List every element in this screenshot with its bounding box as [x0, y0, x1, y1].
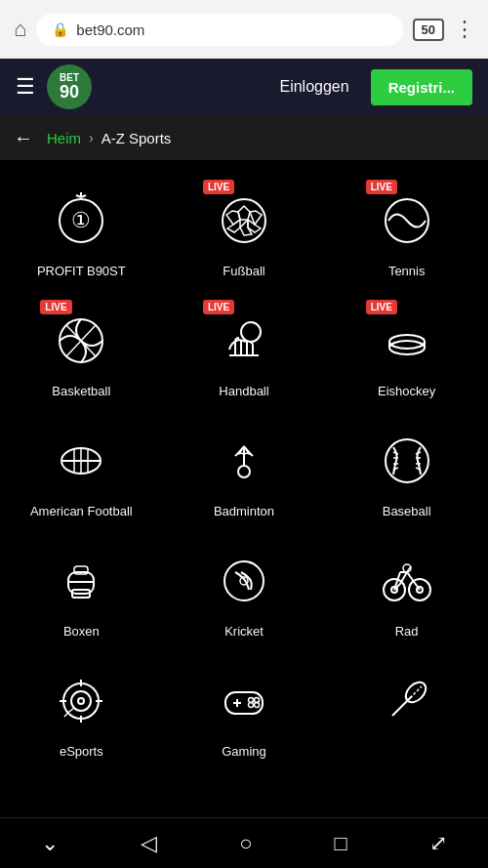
nav-home-icon[interactable]: ○ [239, 831, 252, 856]
svg-point-55 [78, 698, 84, 704]
sport14-icon [379, 673, 435, 729]
sport-icon-wrap-14 [372, 666, 442, 736]
sport-label-basketball: Basketball [52, 384, 110, 398]
browser-address-bar[interactable]: 🔒 bet90.com [36, 14, 402, 46]
svg-point-53 [63, 683, 99, 719]
sport-label-cricket: Kricket [224, 624, 264, 639]
android-nav: ⌄ ◁ ○ □ ⤢ [0, 817, 488, 868]
sport-label-cycling: Rad [395, 624, 419, 639]
icehockey-icon [379, 312, 435, 369]
browser-tab-count[interactable]: 50 [413, 19, 444, 41]
svg-text:①: ① [71, 208, 91, 232]
sport-item-gaming[interactable]: Gaming [163, 650, 326, 770]
logo[interactable]: BET 90 [47, 64, 92, 109]
svg-point-46 [224, 561, 264, 600]
tennis-icon [379, 192, 435, 249]
sport-label-esports: eSports [60, 744, 103, 759]
live-badge-soccer: LIVE [203, 180, 234, 194]
sport-item-cricket[interactable]: Kricket [163, 530, 326, 650]
sport-label-tennis: Tennis [388, 264, 426, 278]
sport-item-badminton[interactable]: Badminton [163, 410, 326, 530]
sport-item-baseball[interactable]: Baseball [325, 410, 488, 530]
cricket-icon [216, 553, 272, 609]
browser-menu-icon[interactable]: ⋮ [454, 17, 474, 42]
sport-icon-wrap-handball: LIVE [209, 306, 279, 376]
basketball-icon [53, 312, 109, 369]
sport-item-boxing[interactable]: Boxen [0, 530, 163, 650]
handball-icon [216, 312, 272, 369]
sport-icon-wrap-cricket [209, 546, 279, 616]
sport-icon-wrap-soccer: LIVE [209, 186, 279, 256]
hamburger-icon[interactable]: ☰ [16, 74, 35, 100]
sport-item-soccer[interactable]: LIVE Fußball [163, 170, 326, 290]
sport-item-americanfootball[interactable]: American Football [0, 410, 163, 530]
live-badge-handball: LIVE [203, 300, 234, 314]
sports-grid: ① PROFIT B90ST LIVE Fußball L [0, 160, 488, 780]
svg-marker-8 [227, 220, 240, 232]
svg-point-65 [248, 703, 253, 708]
sport-label-americanfootball: American Football [30, 504, 133, 518]
sport-icon-wrap-badminton [209, 426, 279, 496]
svg-line-34 [393, 452, 398, 454]
esports-icon [53, 673, 109, 729]
sport-label-soccer: Fußball [223, 264, 264, 278]
svg-point-66 [254, 698, 259, 703]
sport-icon-wrap-americanfootball [46, 426, 116, 496]
live-badge-icehockey: LIVE [366, 300, 397, 314]
sport-icon-wrap-baseball [372, 426, 442, 496]
sport-icon-wrap-gaming [209, 666, 279, 736]
lock-icon: 🔒 [52, 21, 68, 37]
sport-icon-wrap-icehockey: LIVE [372, 306, 442, 376]
sport-label-icehockey: Eishockey [378, 384, 435, 398]
sport-icon-wrap-cycling [372, 546, 442, 616]
breadcrumb-home[interactable]: Heim [47, 130, 81, 146]
svg-line-38 [416, 452, 421, 454]
breadcrumb-separator: › [89, 130, 94, 145]
sport-icon-wrap-esports [46, 666, 116, 736]
sport-label-boxing: Boxen [63, 624, 100, 639]
sport-item-basketball[interactable]: LIVE Basketball [0, 290, 163, 410]
sport-item-profit[interactable]: ① PROFIT B90ST [0, 170, 163, 290]
sport-item-esports[interactable]: eSports [0, 650, 163, 770]
boxing-icon [53, 553, 109, 609]
sport-item-14[interactable] [325, 650, 488, 770]
sport-label-handball: Handball [219, 384, 268, 398]
svg-point-33 [386, 439, 428, 482]
nav-back-icon[interactable]: ◁ [141, 831, 157, 856]
nav-square-icon[interactable]: □ [335, 831, 347, 856]
sport-item-handball[interactable]: LIVE Handball [163, 290, 326, 410]
sport-label-badminton: Badminton [214, 504, 274, 518]
browser-home-icon[interactable]: ⌂ [14, 17, 26, 42]
site-header: ☰ BET 90 Einloggen Registri... [0, 59, 488, 115]
svg-point-27 [238, 466, 250, 477]
sport-label-gaming: Gaming [222, 744, 266, 759]
sport-icon-wrap-boxing [46, 546, 116, 616]
browser-chrome: ⌂ 🔒 bet90.com 50 ⋮ [0, 0, 488, 59]
svg-point-16 [241, 322, 261, 342]
soccer-icon [216, 192, 272, 249]
baseball-icon [379, 433, 435, 489]
sport-item-tennis[interactable]: LIVE Tennis [325, 170, 488, 290]
login-button[interactable]: Einloggen [269, 70, 358, 103]
sport-item-icehockey[interactable]: LIVE Eishockey [325, 290, 488, 410]
breadcrumb-current: A-Z Sports [102, 130, 172, 146]
svg-marker-7 [226, 211, 240, 225]
nav-chevron-down-icon[interactable]: ⌄ [41, 831, 59, 856]
badminton-icon [216, 433, 272, 489]
sport-icon-wrap-basketball: LIVE [46, 306, 116, 376]
sport-item-cycling[interactable]: Rad [325, 530, 488, 650]
register-button[interactable]: Registri... [371, 69, 472, 105]
sport-label-profit: PROFIT B90ST [37, 264, 126, 278]
sport-label-baseball: Baseball [383, 504, 431, 518]
url-text: bet90.com [76, 21, 144, 38]
logo-num: 90 [60, 83, 79, 101]
live-badge-tennis: LIVE [366, 180, 397, 194]
cycling-icon [379, 553, 435, 609]
live-badge-basketball: LIVE [40, 300, 71, 314]
sport-icon-wrap-tennis: LIVE [372, 186, 442, 256]
americanfootball-icon [53, 433, 109, 489]
back-button[interactable]: ← [14, 127, 33, 149]
profit-icon: ① [53, 192, 109, 249]
nav-external-icon[interactable]: ⤢ [429, 831, 447, 856]
breadcrumb: ← Heim › A-Z Sports [0, 115, 488, 160]
